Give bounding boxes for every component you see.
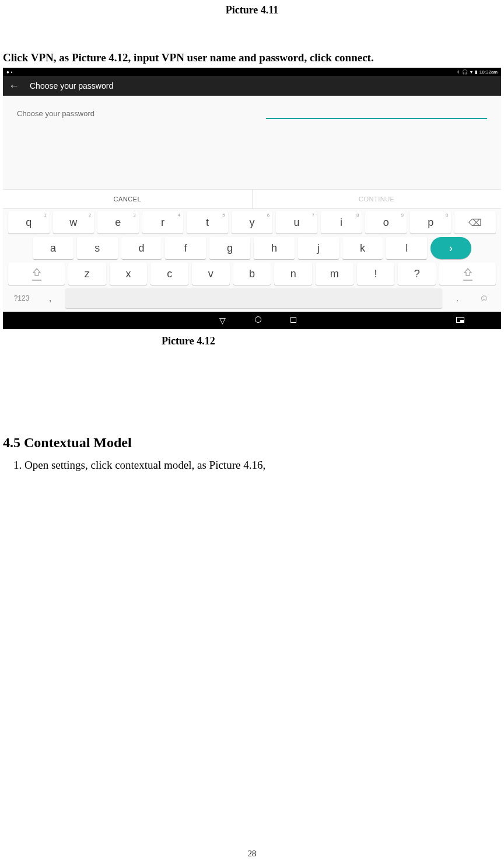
key-y[interactable]: 6y	[232, 211, 273, 233]
battery-icon: ▮	[475, 69, 477, 75]
key-symbols[interactable]: ?123	[8, 288, 35, 308]
key-z[interactable]: z	[68, 263, 106, 285]
key-j[interactable]: j	[298, 237, 339, 259]
key-u[interactable]: 7u	[276, 211, 317, 233]
key-s[interactable]: s	[77, 237, 118, 259]
nav-screenshot-icon[interactable]	[456, 316, 464, 325]
key-r[interactable]: 4r	[142, 211, 184, 233]
section-body-45: 1. Open settings, click contextual model…	[13, 459, 501, 472]
key-q[interactable]: 1q	[8, 211, 50, 233]
continue-button[interactable]: CONTINUE	[253, 190, 502, 208]
key-f[interactable]: f	[165, 237, 206, 259]
key-enter[interactable]: ›	[430, 237, 471, 259]
key-backspace[interactable]: ⌫	[454, 211, 496, 233]
caption-picture-411: Picture 4.11	[3, 4, 501, 16]
key-t[interactable]: 5t	[187, 211, 228, 233]
cancel-button[interactable]: CANCEL	[3, 190, 253, 208]
key-v[interactable]: v	[192, 263, 230, 285]
status-bar: ● ▪ ᚼ 🎧 ▾ ▮ 10:32am	[3, 68, 501, 76]
wifi-icon: ▾	[470, 69, 473, 75]
dialog-buttons: CANCEL CONTINUE	[3, 189, 501, 209]
key-c[interactable]: c	[150, 263, 188, 285]
key-exclaim[interactable]: !	[357, 263, 395, 285]
key-m[interactable]: m	[316, 263, 354, 285]
nav-home-icon[interactable]	[255, 316, 261, 325]
key-d[interactable]: d	[121, 237, 162, 259]
section-heading-45: 4.5 Contextual Model	[3, 435, 501, 451]
headphones-icon: 🎧	[462, 69, 468, 75]
key-shift-right[interactable]	[439, 263, 496, 285]
android-nav-bar: ▽	[3, 312, 501, 329]
nav-recents-icon[interactable]	[290, 316, 296, 325]
key-period[interactable]: .	[444, 288, 471, 308]
key-e[interactable]: 3e	[97, 211, 139, 233]
key-space[interactable]	[65, 288, 442, 308]
key-n[interactable]: n	[274, 263, 312, 285]
password-prompt-label: Choose your password	[17, 109, 266, 118]
key-a[interactable]: a	[33, 237, 74, 259]
screenshot-picture-412: ● ▪ ᚼ 🎧 ▾ ▮ 10:32am ← Choose your passwo…	[3, 68, 501, 329]
key-h[interactable]: h	[254, 237, 295, 259]
status-time: 10:32am	[480, 69, 498, 75]
password-input[interactable]	[266, 107, 487, 119]
key-b[interactable]: b	[233, 263, 271, 285]
key-p[interactable]: 0p	[410, 211, 452, 233]
key-shift-left[interactable]	[8, 263, 65, 285]
key-x[interactable]: x	[110, 263, 148, 285]
notification-dot-icon: ●	[6, 69, 9, 75]
onscreen-keyboard: 1q 2w 3e 4r 5t 6y 7u 8i 9o 0p ⌫ a s d f …	[3, 209, 501, 312]
caption-picture-412: Picture 4.12	[162, 335, 501, 347]
instruction-text: Click VPN, as Picture 4.12, input VPN us…	[3, 51, 501, 64]
page-number: 28	[0, 849, 504, 859]
key-i[interactable]: 8i	[321, 211, 362, 233]
key-k[interactable]: k	[342, 237, 383, 259]
key-l[interactable]: l	[386, 237, 427, 259]
key-comma[interactable]: ,	[37, 288, 64, 308]
notification-square-icon: ▪	[11, 69, 13, 75]
back-arrow-icon[interactable]: ←	[9, 80, 19, 92]
key-o[interactable]: 9o	[365, 211, 407, 233]
header-title: Choose your password	[30, 81, 113, 90]
bluetooth-icon: ᚼ	[457, 69, 460, 75]
key-w[interactable]: 2w	[53, 211, 94, 233]
content-area: Choose your password	[3, 96, 501, 189]
key-g[interactable]: g	[209, 237, 250, 259]
app-header: ← Choose your password	[3, 76, 501, 96]
key-question[interactable]: ?	[398, 263, 436, 285]
nav-back-icon[interactable]: ▽	[219, 316, 226, 326]
key-emoji[interactable]: ☺	[471, 288, 498, 308]
